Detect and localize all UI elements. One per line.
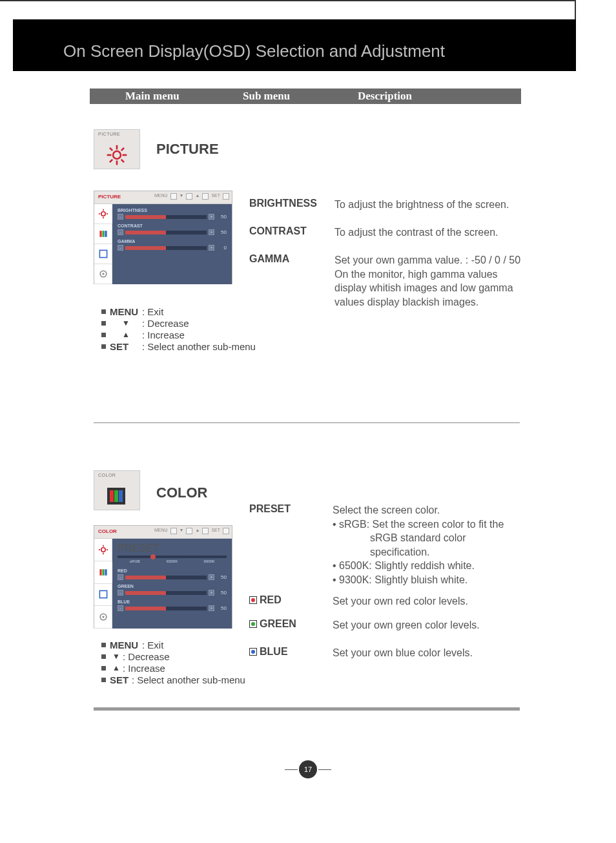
- plus-icon: +: [209, 590, 214, 596]
- page-title: On Screen Display(OSD) Selection and Adj…: [63, 41, 445, 61]
- osd-row-label: GAMMA: [118, 239, 227, 244]
- bullet-icon: [101, 666, 106, 671]
- tab-color: [94, 561, 112, 584]
- tab-setup: [94, 606, 112, 629]
- preset-opt: sRGB: [118, 559, 152, 563]
- header-bar: On Screen Display(OSD) Selection and Adj…: [13, 19, 576, 71]
- osd-value: 50: [216, 574, 227, 580]
- page-number: 17: [299, 760, 317, 778]
- section-title-picture: PICTURE: [156, 141, 219, 158]
- legend-desc: : Select another sub-menu: [142, 341, 256, 352]
- tab-tracking: [94, 244, 112, 264]
- up-triangle-icon: ▲: [195, 528, 200, 534]
- brightness-icon: [106, 144, 128, 166]
- preset-opt: 6500K: [155, 559, 190, 563]
- minus-icon: -: [118, 590, 123, 596]
- osd-row-label: BRIGHTNESS: [118, 208, 227, 213]
- svg-rect-28: [99, 591, 107, 598]
- osd-row-label: PRESET: [118, 543, 159, 554]
- legend-key: MENU: [110, 306, 142, 317]
- osd-nav-menu-label: MENU: [154, 528, 168, 534]
- preset-bullet: • sRGB: Set the screen color to fit the: [333, 517, 533, 532]
- osd-nav-buttons: MENU ▼ ▲ SET: [154, 528, 229, 534]
- osd-nav-buttons: MENU ▼ ▲ SET: [154, 193, 229, 200]
- preset-opt: 9300K: [192, 559, 227, 563]
- desc-brightness: To adjust the brightness of the screen.: [334, 198, 528, 212]
- plus-icon: +: [209, 245, 214, 251]
- sub-green: GREEN: [249, 618, 296, 630]
- svg-rect-25: [99, 569, 101, 576]
- svg-point-20: [101, 548, 105, 552]
- osd-row-contrast: CONTRAST -+50: [118, 224, 227, 235]
- sub-red-label: RED: [260, 594, 282, 606]
- column-header-band: Main menu Sub menu Description: [90, 88, 521, 104]
- rgb-bars-icon: [107, 488, 125, 505]
- down-triangle-icon: ▼: [110, 318, 142, 328]
- tab-tracking: [94, 584, 112, 607]
- osd-row-preset: PRESET sRGB6500K9300K: [118, 543, 227, 563]
- svg-point-30: [102, 616, 104, 618]
- svg-rect-26: [102, 569, 104, 576]
- up-triangle-icon: ▲: [110, 330, 142, 339]
- osd-value: 50: [216, 214, 227, 220]
- color-thumb: COLOR: [94, 470, 140, 510]
- osd-value: 50: [216, 605, 227, 611]
- osd-color-panel: COLOR MENU ▼ ▲ SET PRESET sRGB6500K9300K…: [94, 525, 232, 629]
- minus-icon: -: [118, 245, 123, 251]
- picture-thumb: PICTURE: [94, 129, 140, 169]
- sub-preset: PRESET: [249, 503, 291, 515]
- legend-desc: : Decrease: [123, 651, 170, 662]
- legend-picture: MENU: Exit ▼: Decrease ▲: Increase SET: …: [101, 306, 256, 352]
- sub-blue-label: BLUE: [260, 646, 288, 658]
- slider-track: [125, 591, 207, 595]
- preset-bullet: • 9300K: Slightly bluish white.: [333, 573, 533, 587]
- osd-nav-box: [223, 193, 229, 200]
- section-divider-thick: [94, 707, 520, 711]
- tab-color: [94, 224, 112, 244]
- desc-preset: Select the screen color. • sRGB: Set the…: [333, 503, 533, 587]
- plus-icon: +: [209, 605, 214, 611]
- slider-track: [125, 246, 207, 250]
- col-sub-menu: Sub menu: [243, 90, 290, 103]
- svg-line-8: [110, 160, 112, 162]
- svg-line-7: [121, 148, 124, 151]
- bullet-icon: [101, 654, 106, 659]
- tab-picture: [94, 539, 112, 561]
- sub-green-label: GREEN: [260, 618, 296, 630]
- plus-icon: +: [209, 574, 214, 580]
- desc-blue: Set your own blue color levels.: [333, 646, 533, 660]
- minus-icon: -: [118, 605, 123, 611]
- osd-tabs: [94, 204, 112, 284]
- sub-contrast: CONTRAST: [249, 225, 307, 237]
- plus-icon: +: [209, 229, 214, 235]
- osd-row-blue: BLUE -+50: [118, 599, 227, 611]
- osd-row-label: RED: [118, 568, 227, 573]
- desc-gamma: Set your own gamma value. : -50 / 0 / 50…: [334, 253, 528, 309]
- minus-icon: -: [118, 214, 123, 220]
- osd-row-green: GREEN -+50: [118, 584, 227, 596]
- osd-nav-menu-label: MENU: [154, 193, 168, 200]
- svg-point-9: [101, 212, 105, 216]
- osd-nav-box: [202, 193, 209, 200]
- sub-red: RED: [249, 594, 282, 606]
- preset-intro: Select the screen color.: [333, 503, 533, 517]
- osd-value: 50: [216, 229, 227, 235]
- sub-blue: BLUE: [249, 646, 288, 658]
- legend-desc: : Exit: [142, 306, 163, 317]
- svg-rect-14: [99, 231, 101, 237]
- osd-nav-box: [202, 528, 209, 534]
- osd-value: 0: [216, 245, 227, 251]
- osd-row-label: BLUE: [118, 599, 227, 604]
- osd-nav-box: [186, 528, 192, 534]
- blue-swatch-icon: [249, 648, 257, 656]
- bullet-icon: [101, 309, 106, 314]
- preset-bullet: • 6500K: Slightly reddish white.: [333, 559, 533, 573]
- slider-track: [125, 231, 207, 234]
- svg-rect-15: [102, 231, 104, 237]
- legend-color: MENU: Exit ▼: Decrease ▲: Increase SET: …: [101, 639, 245, 685]
- osd-panel-body: PRESET sRGB6500K9300K RED -+50 GREEN -+5…: [112, 539, 232, 629]
- preset-bullet-cont: specification.: [333, 545, 533, 559]
- legend-key: SET: [110, 674, 132, 685]
- osd-row-red: RED -+50: [118, 568, 227, 580]
- legend-desc: : Decrease: [142, 318, 189, 329]
